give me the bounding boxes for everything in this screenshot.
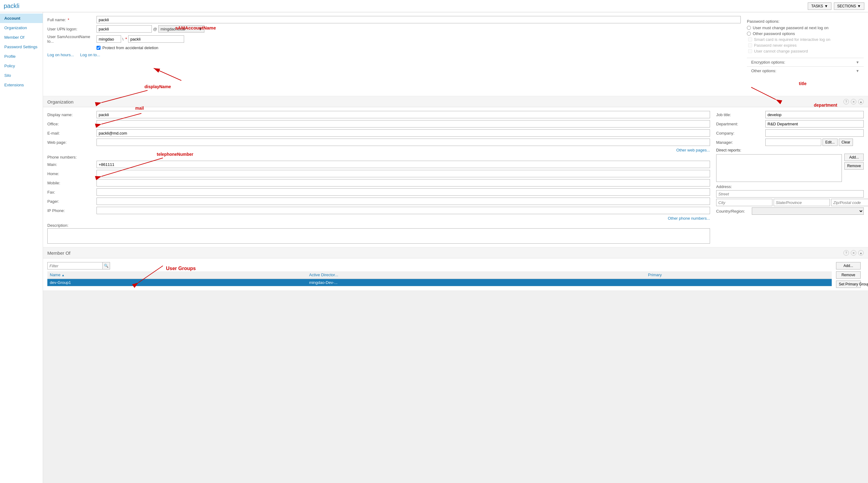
city-input[interactable] [716,199,772,206]
pw-check3-row: User cannot change password [747,49,864,54]
pw-check1-input[interactable] [748,37,752,41]
tasks-button[interactable]: TASKS ▼ [808,2,831,10]
row-ad-cell: mingdao-Dev-... [307,279,646,286]
ip-phone-input[interactable] [96,207,710,214]
upn-domain-dropdown[interactable]: mingdao.local ▼ [158,25,205,33]
upn-row: User UPN logon: @ mingdao.local ▼ [47,25,741,33]
other-phone-numbers-link[interactable]: Other phone numbers... [668,216,710,221]
col-name-header[interactable]: Name ▲ [47,271,307,279]
description-textarea[interactable] [47,228,710,244]
pw-check2-row: Password never expires [747,43,864,47]
direct-reports-add-button[interactable]: Add... [844,154,864,161]
sidebar-item-password-settings[interactable]: Password Settings [0,42,43,52]
sections-button[interactable]: SECTIONS ▼ [834,2,864,10]
street-input[interactable] [716,190,864,198]
row-primary-cell [646,279,832,286]
other-web-pages-link[interactable]: Other web pages... [676,148,710,152]
upn-domain-value: mingdao.local [160,27,185,31]
webpage-row: Web page: [47,138,710,146]
sidebar-item-silo[interactable]: Silo [0,71,43,80]
name-sort-icon: ▲ [61,273,65,277]
sidebar-item-organization[interactable]: Organization [0,23,43,33]
main-phone-input[interactable] [96,161,710,168]
display-name-input[interactable] [96,111,710,118]
manager-input[interactable] [765,138,821,146]
country-select[interactable] [752,207,864,215]
office-row: Office: [47,120,710,128]
filter-search-button[interactable]: 🔍 [103,262,110,269]
direct-reports-box [716,154,842,182]
email-input[interactable] [96,129,710,137]
other-options-chevron-icon[interactable]: ▼ [856,69,859,73]
encryption-label: Encryption options: [751,60,785,65]
manager-clear-button[interactable]: Clear [839,138,853,146]
pw-radio1-row: User must change password at next log on [747,26,864,30]
sam-prefix-input[interactable] [96,35,121,43]
manager-edit-button[interactable]: Edit... [823,138,838,146]
member-of-help-icon[interactable]: ? [843,250,849,256]
zip-input[interactable] [831,199,868,206]
org-collapse-icon[interactable]: ▲ [858,99,864,104]
filter-input[interactable] [47,262,103,269]
mobile-phone-label: Mobile: [47,181,96,185]
pw-check3-input[interactable] [748,49,752,53]
description-label: Description: [47,223,96,228]
manager-label: Manager: [716,140,765,145]
table-row[interactable]: dev-Group1 mingdao-Dev-... [47,279,832,286]
member-of-section-title: Member Of [47,250,70,256]
pw-radio2-input[interactable] [747,32,751,36]
tasks-chevron-icon: ▼ [824,4,828,8]
upn-label: User UPN logon: [47,27,96,31]
org-help-icon[interactable]: ? [843,99,849,104]
sections-chevron-icon: ▼ [857,4,861,8]
col-ad-header[interactable]: Active Director... [307,271,646,279]
pager-input[interactable] [96,198,710,205]
pw-check2-input[interactable] [748,43,752,47]
office-input[interactable] [96,120,710,128]
sam-value-input[interactable] [128,35,184,43]
fax-label: Fax: [47,190,96,194]
fax-input[interactable] [96,188,710,196]
set-primary-group-button[interactable]: Set Primary Group [836,281,861,288]
sidebar-item-profile[interactable]: Profile [0,52,43,61]
row-name-cell: dev-Group1 [47,279,307,286]
password-options: Password options: User must change passw… [747,16,864,58]
encryption-chevron-icon[interactable]: ▼ [856,60,859,65]
direct-reports-label: Direct reports: [716,148,741,152]
upn-input[interactable] [96,25,152,33]
member-of-close-icon[interactable]: ✕ [851,250,856,256]
member-of-right: Add... Remove Set Primary Group [836,262,864,288]
logon-hours-link[interactable]: Log on hours... [47,53,74,57]
logon-to-link[interactable]: Log on to... [80,53,100,57]
pw-radio1-input[interactable] [747,26,751,30]
job-title-input[interactable] [765,111,864,118]
member-of-section-body: 🔍 Name ▲ A [43,258,868,290]
sidebar-item-account[interactable]: Account [0,13,43,23]
member-of-add-button[interactable]: Add... [836,262,861,269]
display-name-row: Display name: [47,111,710,118]
account-left: Full name: * User UPN logon: @ [47,16,741,75]
main-phone-label: Main: [47,162,96,167]
department-row: Department: [716,120,864,128]
account-section-body: Full name: * User UPN logon: @ [43,12,868,77]
address-row2 [716,199,864,206]
sidebar-item-member-of[interactable]: Member Of [0,33,43,42]
full-name-input[interactable] [96,16,741,23]
sidebar-item-extensions[interactable]: Extensions [0,80,43,90]
member-of-collapse-icon[interactable]: ▲ [858,250,864,256]
col-primary-header[interactable]: Primary [646,271,832,279]
sidebar-item-policy[interactable]: Policy [0,61,43,71]
full-name-row: Full name: * [47,16,741,23]
department-input[interactable] [765,120,864,128]
home-phone-input[interactable] [96,170,710,177]
org-close-icon[interactable]: ✕ [851,99,856,104]
pw-radio2-label: Other password options [753,31,795,36]
mobile-phone-input[interactable] [96,179,710,187]
company-input[interactable] [765,129,864,137]
filter-row: 🔍 [47,262,832,269]
member-of-remove-button[interactable]: Remove [836,271,861,279]
protect-checkbox[interactable] [96,46,100,50]
direct-reports-remove-button[interactable]: Remove [844,162,864,170]
state-input[interactable] [774,199,830,206]
webpage-input[interactable] [96,138,710,146]
